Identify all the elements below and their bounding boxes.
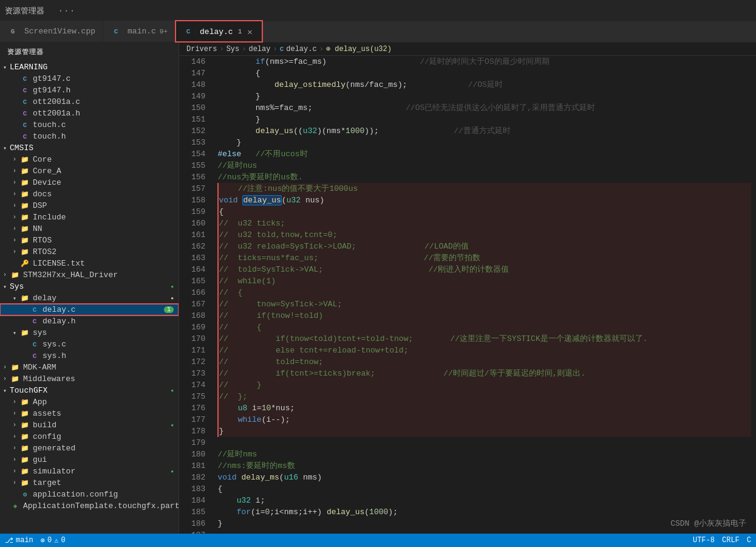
sidebar-item-rtos[interactable]: › 📁 RTOS <box>0 235 179 246</box>
sidebar-item-delay-folder[interactable]: ▾ 📁 delay ● <box>0 292 179 304</box>
tab-main[interactable]: C main.c 9+ <box>103 21 175 42</box>
tab-delay[interactable]: C delay.c 1 ✕ <box>175 21 262 42</box>
tab-screen1view[interactable]: G Screen1View.cpp <box>0 21 103 42</box>
code-line-180: //延时nms <box>217 449 751 460</box>
sidebar-item-gt9147h[interactable]: C gt9147.h <box>0 84 179 96</box>
tab-label-delay: delay.c <box>200 27 233 36</box>
sidebar-item-gt9147c[interactable]: C gt9147.c <box>0 73 179 84</box>
sidebar-item-assets[interactable]: › 📁 assets <box>0 408 179 419</box>
sidebar-item-sysh[interactable]: C sys.h <box>0 350 179 362</box>
code-line-155: //延时nus <box>217 160 751 171</box>
sidebar-item-mdkarm[interactable]: › 📁 MDK-ARM <box>0 362 179 373</box>
sidebar-item-gui[interactable]: › 📁 gui <box>0 454 179 466</box>
folder-icon: 📁 <box>19 433 30 441</box>
file-icon-h: C <box>29 318 40 325</box>
folder-label: Core <box>33 155 52 164</box>
status-errors[interactable]: ⊗ 0 ⚠ 0 <box>41 536 66 545</box>
code-line-173: // if(tcnt>=ticks)break; //时间超过/等于要延迟的时间… <box>217 368 751 379</box>
folder-label: Middlewares <box>23 374 75 384</box>
arrow: › <box>10 468 19 475</box>
sidebar-item-generated[interactable]: › 📁 generated <box>0 442 179 454</box>
menu-dots-button[interactable]: ··· <box>54 4 79 18</box>
status-branch[interactable]: ⎇ main <box>5 536 33 545</box>
sidebar-item-build[interactable]: › 📁 build ● <box>0 419 179 431</box>
sep2: › <box>242 45 246 53</box>
sidebar-content[interactable]: ▾ LEARNING C gt9147.c C gt9147.h C ott20… <box>0 61 179 534</box>
branch-name: main <box>16 536 33 545</box>
tab-close-delay[interactable]: ✕ <box>245 26 254 38</box>
arrow: › <box>10 202 19 209</box>
folder-icon: 📁 <box>19 167 30 175</box>
sidebar-item-ott2001ah[interactable]: C ott2001a.h <box>0 108 179 119</box>
folder-icon: 📁 <box>19 479 30 487</box>
breadcrumb-drivers[interactable]: Drivers <box>186 45 217 53</box>
sidebar-item-learning[interactable]: ▾ LEARNING <box>0 61 179 73</box>
sidebar-item-touchh[interactable]: C touch.h <box>0 131 179 142</box>
linefeed-label: CRLF <box>722 536 740 545</box>
sidebar-item-include[interactable]: › 📁 Include <box>0 212 179 223</box>
file-icon-h: C <box>19 133 30 140</box>
tab-badge-main: 9+ <box>160 28 168 35</box>
folder-icon: 📁 <box>19 398 30 406</box>
breadcrumb-delay[interactable]: delay <box>248 45 270 53</box>
sidebar-item-sysc[interactable]: C sys.c <box>0 339 179 350</box>
status-encoding[interactable]: UTF-8 <box>693 536 715 545</box>
sidebar-item-config[interactable]: › 📁 config <box>0 431 179 442</box>
status-language[interactable]: C <box>747 536 751 545</box>
sidebar-item-simulator[interactable]: › 📁 simulator ● <box>0 466 179 477</box>
sidebar-item-delayc[interactable]: C delay.c 1 <box>0 304 179 315</box>
sidebar-item-stm32[interactable]: › 📁 STM32H7xx_HAL_Driver <box>0 269 179 281</box>
folder-label: RTOS <box>33 236 52 245</box>
code-line-165: // while(1) <box>217 275 751 287</box>
folder-icon: 📁 <box>10 271 21 279</box>
sidebar-item-docs[interactable]: › 📁 docs <box>0 188 179 200</box>
sidebar-item-appconfig[interactable]: ⚙ application.config <box>0 489 179 500</box>
file-icon-c: C <box>19 122 30 129</box>
sidebar-item-dsp[interactable]: › 📁 DSP <box>0 200 179 212</box>
sidebar-item-rtos2[interactable]: › 📁 RTOS2 <box>0 246 179 258</box>
code-line-170: // if(tnow<told)tcnt+=told-tnow; //这里注意一… <box>217 333 751 345</box>
arrow-sys2: ▾ <box>10 329 19 337</box>
breadcrumb-delayc[interactable]: delay.c <box>286 45 316 53</box>
folder-label: docs <box>33 190 52 199</box>
sidebar-item-touchc[interactable]: C touch.c <box>0 119 179 131</box>
sidebar-item-ott2001ac[interactable]: C ott2001a.c <box>0 96 179 108</box>
encoding-label: UTF-8 <box>693 536 715 545</box>
line-numbers: 146147148149150 151152153154155 15615715… <box>179 56 213 534</box>
sidebar-item-corea[interactable]: › 📁 Core_A <box>0 165 179 177</box>
sidebar-item-middlewares[interactable]: › 📁 Middlewares <box>0 373 179 385</box>
folder-icon: 📁 <box>19 179 30 187</box>
dot-green-build: ● <box>171 422 174 428</box>
sidebar-item-delayh[interactable]: C delay.h <box>0 315 179 327</box>
file-label: gt9147.c <box>33 74 70 83</box>
sidebar-item-device[interactable]: › 📁 Device <box>0 177 179 188</box>
code-lines[interactable]: if(nms>=fac_ms) //延时的时间大于OS的最少时间周期 { del… <box>213 56 756 534</box>
file-label: touch.h <box>33 132 66 141</box>
sidebar-item-app[interactable]: › 📁 App <box>0 396 179 408</box>
editor-content[interactable]: 146147148149150 151152153154155 15615715… <box>179 56 756 534</box>
folder-icon: 📁 <box>19 236 30 244</box>
breadcrumb-sys[interactable]: Sys <box>226 45 240 53</box>
sidebar-item-touchgfx[interactable]: ▾ TouchGFX ● <box>0 385 179 396</box>
sidebar-item-sys[interactable]: ▾ Sys ● <box>0 281 179 292</box>
breadcrumb-func[interactable]: ⊕ delay_us(u32) <box>326 44 392 53</box>
sidebar-item-core[interactable]: › 📁 Core <box>0 154 179 165</box>
sidebar-item-sys-folder[interactable]: ▾ 📁 sys <box>0 327 179 339</box>
sidebar-item-nn[interactable]: › 📁 NN <box>0 223 179 235</box>
sidebar-item-cmsis[interactable]: ▾ CMSIS <box>0 142 179 154</box>
arrow: › <box>10 168 19 174</box>
dot-green-touchgfx: ● <box>171 388 174 393</box>
sidebar-item-license[interactable]: 🔑 LICENSE.txt <box>0 258 179 269</box>
arrow-touchgfx: ▾ <box>0 387 10 394</box>
code-line-185: for(i=0;i<nms;i++) delay_us(1000); <box>217 506 751 518</box>
arrow: › <box>0 364 10 371</box>
folder-icon-sys: 📁 <box>19 329 30 337</box>
file-label: sys.c <box>43 340 66 349</box>
sidebar-item-target[interactable]: › 📁 target <box>0 477 179 489</box>
status-linefeed[interactable]: CRLF <box>722 536 740 545</box>
code-line-184: u32 i; <box>217 495 751 506</box>
sidebar-item-apptmpl[interactable]: ◈ ApplicationTemplate.touchgfx.part <box>0 500 179 512</box>
code-line-187 <box>217 529 751 534</box>
arrow: › <box>10 410 19 417</box>
editor-wrapper: Drivers › Sys › delay › C delay.c › ⊕ de… <box>179 43 756 534</box>
